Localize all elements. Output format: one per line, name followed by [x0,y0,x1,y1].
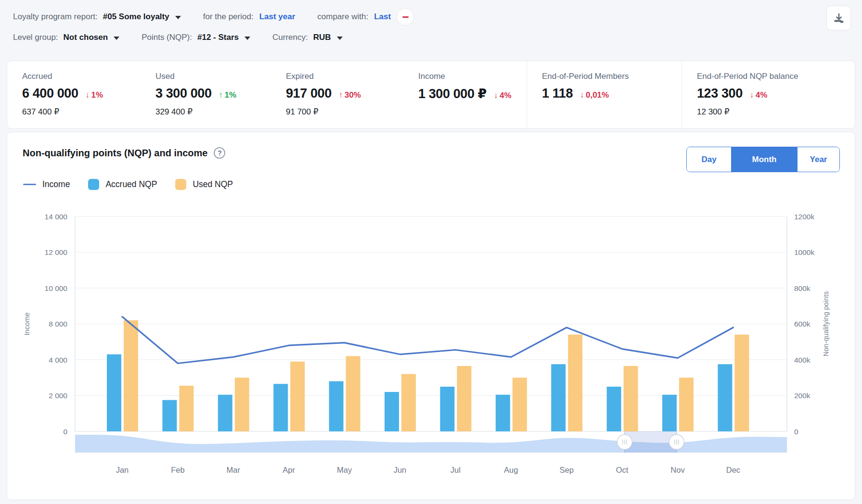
left-axis-tick: 2 000 [49,391,67,400]
left-axis-tick: 12 000 [45,248,68,256]
chevron-down-icon [175,16,181,19]
used-nqp-bar-nov[interactable] [679,378,694,431]
x-axis-label-jul: Jul [450,466,461,474]
right-axis-tick: 600k [794,320,811,328]
accrued-nqp-bar-aug[interactable] [496,395,510,431]
used-nqp-bar-dec[interactable] [734,335,749,431]
left-axis-title: Income [23,313,31,336]
trend-arrow-icon: ↑ [219,90,225,100]
kpi-value: 6 400 000 [22,86,78,101]
currency-select[interactable]: RUB [308,33,343,42]
x-axis-label-jun: Jun [394,466,407,474]
points-label: Points (NQP): [142,33,192,42]
kpi-delta: ↑ 30% [339,90,361,100]
accrued-nqp-bar-jan[interactable] [107,354,121,431]
kpi-delta: ↓ 0,01% [580,90,609,100]
kpi-label: Accrued [22,72,136,81]
left-axis-tick: 14 000 [45,213,68,221]
chevron-down-icon [337,37,343,40]
kpi-delta-percent: 4% [500,91,512,100]
level-group-value[interactable]: Not chosen [64,33,108,42]
kpi-sub-value: 12 300 ₽ [697,107,850,117]
kpi-card: End-of-Period Members 1 118 ↓ 0,01% [527,61,682,128]
x-axis-label-sep: Sep [560,466,574,474]
period-filter-label: for the period: [203,12,254,22]
kpi-delta-percent: 30% [345,90,361,100]
kpi-label: End-of-Period Members [542,72,677,81]
used-nqp-bar-jun[interactable] [401,374,416,431]
used-nqp-bar-sep[interactable] [568,335,582,431]
trend-arrow-icon: ↓ [750,90,756,100]
used-nqp-bar-aug[interactable] [513,378,527,431]
kpi-value: 1 300 000 ₽ [418,86,487,101]
left-axis-tick: 10 000 [45,284,68,292]
kpi-summary-card: Accrued 6 400 000 ↓ 1% 637 400 ₽ Used 3 … [7,61,855,129]
used-nqp-bar-apr[interactable] [290,362,305,431]
minus-icon [402,16,409,18]
used-nqp-bar-jul[interactable] [457,366,471,431]
points-select-value[interactable]: #12 - Stars [197,33,239,42]
accrued-nqp-bar-may[interactable] [329,381,344,431]
kpi-sub-value: 91 700 ₽ [286,107,399,117]
trend-arrow-icon: ↑ [339,90,345,100]
kpi-sub-value: 329 400 ₽ [155,107,266,117]
left-axis-tick: 4 000 [49,356,67,364]
kpi-value: 1 118 [542,86,573,101]
level-group-select[interactable]: Not chosen [58,33,120,42]
accrued-nqp-bar-jun[interactable] [385,392,399,431]
kpi-card: Accrued 6 400 000 ↓ 1% 637 400 ₽ [7,61,141,128]
right-axis-tick: 1000k [794,248,814,256]
left-axis-tick: 8 000 [49,320,67,328]
kpi-delta-percent: 1% [91,90,103,100]
trend-arrow-icon: ↓ [86,90,91,100]
right-axis-tick: 200k [794,391,811,400]
period-link[interactable]: Last year [259,12,296,22]
accrued-nqp-bar-jul[interactable] [440,387,454,431]
kpi-label: Expired [286,72,399,81]
kpi-label: Income [418,72,522,81]
used-nqp-bar-feb[interactable] [179,386,193,431]
points-select[interactable]: #12 - Stars [192,33,250,42]
level-group-label: Level group: [13,33,58,42]
kpi-delta-percent: 0,01% [586,90,609,100]
kpi-label: Used [155,72,266,81]
accrued-nqp-bar-mar[interactable] [218,395,232,431]
remove-compare-button[interactable] [397,8,414,25]
report-select-value[interactable]: #05 Some loyalty [103,12,169,22]
right-axis-tick: 1200k [794,213,814,221]
x-axis-label-nov: Nov [670,466,685,474]
x-axis-label-jan: Jan [116,466,129,474]
kpi-label: End-of-Period NQP balance [697,72,850,81]
accrued-nqp-bar-sep[interactable] [551,364,566,431]
kpi-value: 3 300 000 [155,86,212,101]
kpi-delta-percent: 1% [224,90,236,100]
used-nqp-bar-oct[interactable] [624,366,638,431]
currency-select-value[interactable]: RUB [313,33,331,42]
kpi-delta: ↑ 1% [219,90,236,100]
download-report-button[interactable] [826,6,851,30]
compare-link[interactable]: Last [374,12,391,22]
accrued-nqp-bar-apr[interactable] [273,384,288,431]
kpi-card: Income 1 300 000 ₽ ↓ 4% [403,61,527,128]
compare-filter-label: compare with: [317,12,368,22]
report-select[interactable]: #05 Some loyalty [98,12,181,22]
kpi-card: Expired 917 000 ↑ 30% 91 700 ₽ [271,61,403,128]
used-nqp-bar-jan[interactable] [124,320,138,431]
download-icon [834,13,844,24]
x-axis-label-apr: Apr [283,466,295,474]
chevron-down-icon [114,37,119,40]
kpi-sub-value: 637 400 ₽ [22,107,136,117]
trend-arrow-icon: ↓ [580,90,586,100]
used-nqp-bar-mar[interactable] [235,378,249,431]
accrued-nqp-bar-oct[interactable] [607,387,621,431]
x-axis-label-mar: Mar [227,466,241,474]
accrued-nqp-bar-nov[interactable] [662,395,677,431]
kpi-card: Used 3 300 000 ↑ 1% 329 400 ₽ [141,61,271,128]
accrued-nqp-bar-feb[interactable] [162,400,177,431]
kpi-delta: ↓ 4% [750,90,767,100]
filter-bar-row-2: Level group: Not chosen Points (NQP): #1… [13,29,343,46]
used-nqp-bar-may[interactable] [346,356,360,431]
kpi-delta: ↓ 1% [86,90,103,100]
accrued-nqp-bar-dec[interactable] [718,364,732,431]
kpi-card: End-of-Period NQP balance 123 300 ↓ 4% 1… [682,61,855,128]
